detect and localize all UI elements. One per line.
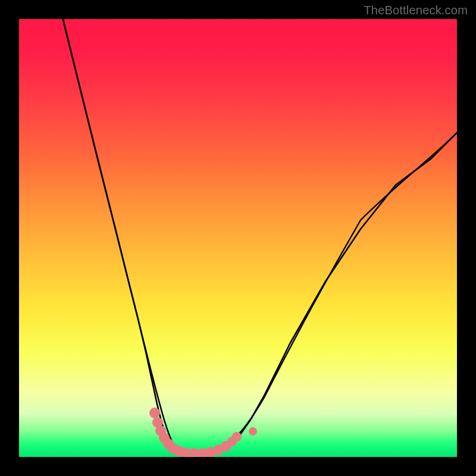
- chart-svg: [19, 19, 457, 457]
- bottleneck-curve: [63, 19, 457, 454]
- watermark-text: TheBottleneck.com: [364, 4, 468, 17]
- svg-point-0: [149, 408, 160, 418]
- bottleneck-curve-main: [63, 19, 457, 453]
- chart-plot-area: [19, 19, 457, 457]
- svg-point-14: [232, 432, 242, 441]
- chart-frame: TheBottleneck.com: [0, 0, 476, 476]
- svg-point-15: [249, 427, 257, 436]
